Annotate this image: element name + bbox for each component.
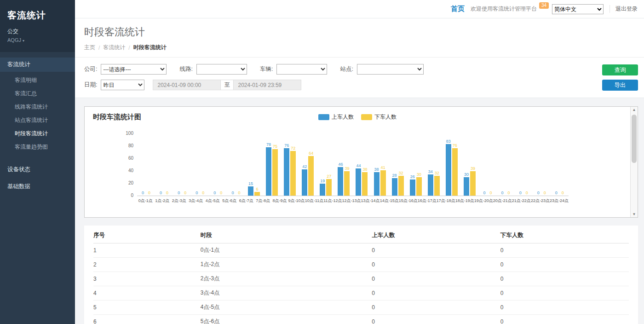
bar-column: 64 (308, 151, 314, 196)
scroll-down-icon[interactable]: ▼ (632, 212, 636, 216)
bar-value-label: 42 (302, 164, 307, 169)
bar-group: 00 (551, 134, 569, 196)
sidebar-subitem[interactable]: 客流汇总 (0, 87, 75, 100)
bar[interactable] (302, 169, 307, 196)
x-axis-label: 2点-3点 (171, 198, 187, 204)
cell-boarding: 0 (372, 243, 500, 258)
bar[interactable] (320, 184, 325, 196)
bar[interactable] (416, 177, 422, 196)
bar[interactable] (452, 148, 458, 196)
bar[interactable] (290, 151, 296, 196)
x-axis-label: 5点-6点 (221, 198, 237, 204)
sidebar-item-device-status[interactable]: 设备状态 (0, 161, 75, 178)
sidebar-subitem[interactable]: 线路客流统计 (0, 100, 75, 114)
station-select[interactable] (357, 64, 424, 75)
bar-group: 00 (533, 134, 551, 196)
bar[interactable] (344, 171, 350, 196)
cell-index: 6 (93, 315, 201, 324)
cell-boarding: 0 (372, 315, 500, 324)
sidebar-subitem[interactable]: 客流量趋势图 (0, 140, 75, 154)
scrollbar-thumb[interactable] (632, 115, 637, 163)
sidebar-item-base-data[interactable]: 基础数据 (0, 178, 75, 195)
date-to-input[interactable] (233, 80, 301, 90)
bar[interactable] (446, 144, 451, 196)
legend-item[interactable]: 上车人数 (318, 113, 354, 121)
table-row: 1 0点-1点 0 0 (93, 243, 629, 258)
bar[interactable] (308, 156, 314, 196)
table-row: 2 1点-2点 0 0 (93, 258, 629, 272)
bar[interactable] (326, 179, 332, 196)
chart-scrollbar[interactable]: ▲ ▼ (630, 107, 638, 217)
legend-item[interactable]: 下车人数 (361, 113, 397, 121)
bar[interactable] (284, 148, 289, 196)
breadcrumb-item[interactable]: 客流统计 (103, 44, 125, 52)
home-link[interactable]: 首页 (451, 5, 465, 13)
export-button[interactable]: 导出 (602, 80, 638, 91)
logout-link[interactable]: 退出登录 (610, 5, 638, 13)
bar-group: 4639 (335, 134, 353, 196)
sidebar-menu: 客流统计 客流明细客流汇总线路客流统计站点客流统计时段客流统计客流量趋势图 设备… (0, 58, 75, 195)
bar[interactable] (272, 149, 278, 196)
bar-column: 0 (518, 191, 523, 196)
bar[interactable] (362, 172, 368, 196)
filter-row-1: 公司: ---请选择--- 线路: 车辆: 站点: (84, 64, 593, 75)
bar-group: 00 (497, 134, 515, 196)
notification-badge[interactable]: 34 (539, 2, 549, 9)
line-select[interactable] (196, 64, 247, 75)
bar-value-label: 44 (356, 163, 361, 168)
bar-column: 76 (452, 143, 458, 196)
bar-value-label: 32 (399, 171, 403, 175)
bar-group: 00 (227, 134, 245, 196)
cell-alighting: 0 (500, 258, 629, 272)
company-label: 公司: (84, 65, 97, 73)
date-preset-select[interactable]: 昨日 (101, 80, 144, 90)
sidebar-subitem[interactable]: 客流明细 (0, 74, 75, 87)
bar-group: 8376 (443, 134, 460, 196)
bar-value-label: 0 (490, 191, 492, 195)
line-label: 线路: (179, 65, 192, 73)
x-axis-label: 4点-5点 (204, 198, 221, 204)
vehicle-label: 车辆: (260, 65, 273, 73)
company-select[interactable]: ---请选择--- (101, 64, 167, 75)
col-header-period: 时段 (201, 227, 372, 243)
bar[interactable] (374, 172, 380, 196)
search-button[interactable]: 查询 (602, 64, 638, 75)
bar[interactable] (248, 186, 253, 196)
welcome-text: 欢迎使用客流统计管理平台 (471, 5, 537, 13)
bar[interactable] (470, 171, 476, 196)
bar[interactable] (380, 170, 386, 196)
date-from-input[interactable] (153, 80, 221, 90)
sidebar-subitem[interactable]: 站点客流统计 (0, 114, 75, 127)
bar[interactable] (464, 177, 469, 196)
bar[interactable] (434, 176, 440, 196)
x-axis-label: 12点-13点 (342, 198, 361, 204)
language-select[interactable]: 简体中文 (552, 4, 604, 14)
bar[interactable] (410, 179, 415, 196)
bar-column: 0 (230, 191, 236, 196)
bar-column: 34 (428, 169, 433, 196)
bar[interactable] (398, 176, 404, 196)
bar-group: 00 (173, 134, 191, 196)
bar[interactable] (266, 147, 271, 196)
col-header-index: 序号 (93, 227, 201, 243)
vehicle-select[interactable] (276, 64, 327, 75)
bar[interactable] (254, 192, 260, 196)
sidebar-subitem[interactable]: 时段客流统计 (0, 127, 75, 140)
user-menu[interactable]: AQGJ ▾ (7, 37, 68, 43)
bar[interactable] (356, 168, 361, 196)
bar-value-label: 75 (273, 144, 277, 149)
sidebar-item-passenger-stats[interactable]: 客流统计 (0, 58, 75, 72)
scroll-up-icon[interactable]: ▲ (632, 108, 636, 112)
x-axis-label: 23点-24点 (550, 198, 569, 204)
bar[interactable] (428, 174, 433, 196)
bar-column: 0 (212, 191, 218, 196)
bar-value-label: 0 (178, 191, 180, 195)
bar[interactable] (392, 178, 397, 196)
x-axis-label: 0点-1点 (137, 198, 154, 204)
bar-column: 46 (338, 162, 343, 196)
bar[interactable] (338, 167, 343, 196)
bar-column: 41 (380, 165, 386, 196)
bar-column: 0 (140, 191, 146, 196)
x-axis-label: 8点-9点 (271, 198, 288, 204)
breadcrumb-item[interactable]: 主页 (84, 44, 95, 52)
